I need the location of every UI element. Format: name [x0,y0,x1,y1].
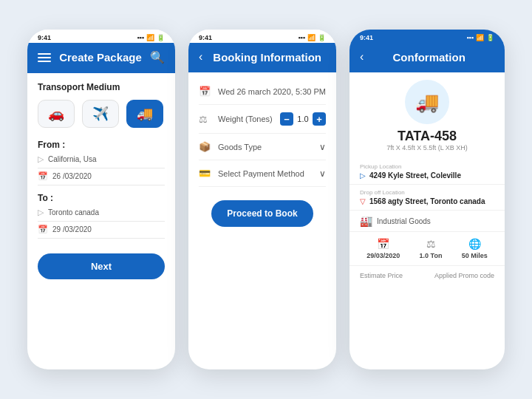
promo-code-label: Applied Promo code [434,272,494,279]
vehicle-id: TATA-458 [349,129,505,144]
status-time-1: 9:41 [38,34,51,41]
datetime-row: 📅 Wed 26 march 2020, 5:30 PM [199,78,326,105]
dropoff-sublabel: Drop off Location [360,189,494,196]
calendar-icon-to: 📅 [38,225,48,234]
payment-method-row[interactable]: 💳 Select Payment Method ∨ [199,160,326,187]
transport-truck[interactable]: 🚚 [126,100,163,128]
header-1: Create Package 🔍 [27,43,175,73]
goods-chevron-icon: ∨ [319,142,326,152]
status-time-2: 9:41 [199,34,212,41]
pickup-address: 4249 Kyle Street, Coleville [369,171,461,180]
goods-type-label: Goods Type [218,143,262,151]
calendar-icon-booking: 📅 [199,86,212,97]
pickup-sublabel: Pickup Location [360,163,494,170]
status-time-3: 9:41 [360,34,373,41]
stat-weight: ⚖ 1.0 Ton [420,238,443,259]
goods-row: 🏭 Industrial Goods [349,211,505,232]
proceed-button[interactable]: Proceed to Book [211,200,313,227]
next-button[interactable]: Next [38,253,165,279]
weight-value: 1.0 [296,115,310,123]
search-icon[interactable]: 🔍 [150,50,165,64]
to-date-text: 29 /03/2020 [52,225,92,233]
stat-distance: 🌐 50 Miles [462,238,488,259]
stat-date: 📅 29/03/2020 [366,238,400,259]
conf-header: ‹ Conformation [349,43,505,72]
weight-minus-button[interactable]: − [280,112,293,126]
pickup-block: Pickup Location ▷ 4249 Kyle Street, Cole… [349,159,505,185]
datetime-text: Wed 26 march 2020, 5:30 PM [218,87,326,96]
calendar-icon-from: 📅 [38,171,48,181]
phone-conformation: 9:41 ▪▪▪ 📶 🔋 ‹ Conformation 🚚 TATA-458 7… [349,30,505,369]
payment-chevron-icon: ∨ [319,168,326,179]
from-label: From : [38,140,165,150]
back-icon-2[interactable]: ‹ [199,50,202,64]
goods-type-icon: 🏭 [360,215,372,227]
transport-car[interactable]: 🚗 [38,100,75,128]
payment-method-label: Select Payment Method [218,169,304,178]
stat-date-val: 29/03/2020 [366,252,400,259]
to-label: To : [38,193,165,203]
status-bar-3: 9:41 ▪▪▪ 📶 🔋 [349,30,505,43]
goods-type-row[interactable]: 📦 Goods Type ∨ [199,134,326,160]
location-icon-to: ▷ [38,208,44,217]
from-location-row: ▷ California, Usa [38,154,165,168]
to-location-row: ▷ Toronto canada [38,208,165,222]
phone-create-package: 9:41 ▪▪▪ 📶 🔋 Create Package 🔍 Transoport… [27,30,175,369]
phone-booking-info: 9:41 ▪▪▪ 📶 🔋 ‹ Booking Information 📅 Wed… [188,30,336,369]
stat-date-icon: 📅 [377,238,389,250]
vehicle-dims: 7ft X 4.5ft X 5.5ft (L XB XH) [349,144,505,151]
from-date-row: 📅 26 /03/2020 [38,171,165,185]
to-date-row: 📅 29 /03/2020 [38,225,165,239]
pickup-location-icon: ▷ [360,171,366,180]
to-location-text: Toronto canada [48,208,99,216]
stat-distance-icon: 🌐 [468,238,481,250]
transport-section-title: Transoport Medium [38,82,165,92]
header-2: ‹ Booking Information [188,43,336,72]
header-title-1: Create Package [57,51,144,64]
location-icon-from: ▷ [38,154,44,164]
weight-row: ⚖ Weight (Tones) − 1.0 + [199,105,326,134]
transport-plane[interactable]: ✈️ [82,100,119,128]
stat-distance-val: 50 Miles [462,252,488,259]
to-group: To : ▷ Toronto canada 📅 29 /03/2020 [38,193,165,239]
status-icons-1: ▪▪▪ 📶 🔋 [137,34,165,41]
from-location-text: California, Usa [48,155,97,163]
stats-row: 📅 29/03/2020 ⚖ 1.0 Ton 🌐 50 Miles [349,232,505,266]
status-icons-3: ▪▪▪ 📶 🔋 [466,34,494,41]
weight-label: Weight (Tones) [218,115,274,123]
weight-control: − 1.0 + [280,112,326,126]
bottom-row: Estimate Price Applied Promo code [349,266,505,284]
status-icons-2: ▪▪▪ 📶 🔋 [298,34,326,41]
header-title-3: Conformation [364,51,494,64]
header-title-2: Booking Information [208,51,326,64]
transport-options: 🚗 ✈️ 🚚 [38,100,165,128]
goods-icon: 📦 [199,141,212,152]
goods-type-left: 📦 Goods Type [199,141,262,152]
estimate-price-label: Estimate Price [360,272,403,279]
stat-weight-icon: ⚖ [426,238,436,250]
weight-plus-button[interactable]: + [313,112,326,126]
dropoff-block: Drop off Location ▽ 1568 agty Street, To… [349,185,505,211]
dropoff-location-icon: ▽ [360,197,366,205]
pickup-row: ▷ 4249 Kyle Street, Coleville [360,171,494,180]
menu-icon[interactable] [38,53,51,62]
payment-method-left: 💳 Select Payment Method [199,168,304,179]
dropoff-address: 1568 agty Street, Toronto canada [369,197,485,205]
stat-weight-val: 1.0 Ton [420,252,443,259]
truck-icon-circle: 🚚 [405,80,449,124]
weight-icon: ⚖ [199,114,212,125]
goods-type-text: Industrial Goods [377,217,431,225]
from-group: From : ▷ California, Usa 📅 26 /03/2020 [38,140,165,185]
status-bar-1: 9:41 ▪▪▪ 📶 🔋 [27,30,175,43]
payment-icon: 💳 [199,168,212,179]
dropoff-row: ▽ 1568 agty Street, Toronto canada [360,197,494,205]
from-date-text: 26 /03/2020 [52,172,92,180]
status-bar-2: 9:41 ▪▪▪ 📶 🔋 [188,30,336,43]
